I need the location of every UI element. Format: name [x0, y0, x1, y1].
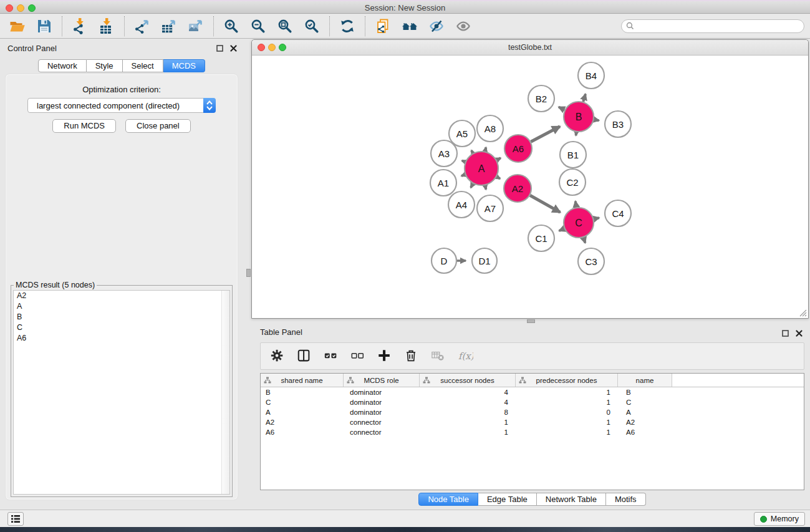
table-row[interactable]: Bdominator41B: [261, 387, 804, 397]
table-cell[interactable]: connector: [344, 417, 420, 427]
tab-network[interactable]: Network: [38, 59, 87, 72]
edge-B-B4[interactable]: [583, 94, 586, 102]
result-list-item[interactable]: B: [14, 312, 229, 322]
table-cell[interactable]: A2: [618, 417, 672, 427]
export-image-button[interactable]: [187, 17, 205, 36]
table-cell[interactable]: 4: [420, 397, 516, 407]
welcome-screen-button[interactable]: [401, 17, 418, 36]
deselect-all-button[interactable]: [350, 348, 366, 364]
create-column-button[interactable]: [377, 348, 393, 364]
column-header-shared-name[interactable]: shared name: [261, 374, 344, 387]
edge-B-B3[interactable]: [594, 120, 599, 121]
column-header-predecessor-nodes[interactable]: predecessor nodes: [516, 374, 618, 387]
table-row[interactable]: Adominator80A: [261, 407, 804, 417]
vertical-splitter-handle[interactable]: [246, 269, 251, 277]
table-cell[interactable]: B: [261, 387, 344, 397]
delete-column-button[interactable]: [403, 348, 420, 364]
zoom-in-button[interactable]: [223, 17, 240, 36]
table-cell[interactable]: 1: [516, 417, 618, 427]
tab-style[interactable]: Style: [87, 59, 123, 72]
edge-A-A5[interactable]: [471, 150, 473, 153]
zoom-fit-button[interactable]: [276, 17, 294, 36]
table-cell[interactable]: A: [261, 407, 344, 417]
edge-A-A3[interactable]: [462, 161, 465, 162]
table-cell[interactable]: 1: [420, 417, 516, 427]
graph-node-A2[interactable]: A2: [504, 175, 531, 202]
graph-node-C4[interactable]: C4: [605, 200, 631, 226]
show-graphics-details-button[interactable]: [455, 17, 472, 36]
table-cell[interactable]: 8: [420, 407, 516, 417]
graph-node-C3[interactable]: C3: [578, 248, 604, 274]
edge-C-C3[interactable]: [584, 238, 586, 243]
mcds-result-list[interactable]: A2ABCA6: [13, 290, 230, 495]
result-list-item[interactable]: C: [14, 322, 229, 333]
open-session-button[interactable]: [9, 17, 26, 36]
table-row[interactable]: A2connector11A2: [261, 417, 804, 427]
tab-node-table[interactable]: Node Table: [418, 493, 478, 506]
graph-node-B[interactable]: B: [564, 102, 594, 132]
table-mode-button[interactable]: [269, 348, 286, 364]
graph-node-A1[interactable]: A1: [430, 170, 456, 196]
graph-node-B3[interactable]: B3: [605, 111, 631, 137]
graph-node-A7[interactable]: A7: [477, 195, 503, 221]
edge-C-C1[interactable]: [559, 229, 564, 231]
node-table[interactable]: shared name MCDS role successor nodes pr…: [260, 373, 804, 490]
graph-node-D1[interactable]: D1: [472, 248, 497, 273]
graph-node-B1[interactable]: B1: [560, 142, 586, 168]
run-mcds-button[interactable]: Run MCDS: [52, 119, 116, 133]
show-columns-button[interactable]: [296, 348, 312, 364]
horizontal-splitter-handle[interactable]: [527, 319, 535, 323]
memory-button[interactable]: Memory: [754, 512, 805, 526]
export-network-button[interactable]: [133, 17, 151, 36]
edge-A-A2[interactable]: [497, 177, 500, 179]
table-cell[interactable]: connector: [344, 427, 420, 437]
tab-edge-table[interactable]: Edge Table: [478, 493, 537, 506]
import-network-button[interactable]: [71, 17, 89, 36]
table-row[interactable]: A6connector11A6: [261, 427, 804, 437]
table-cell[interactable]: A6: [261, 427, 344, 437]
tab-select[interactable]: Select: [123, 59, 163, 72]
table-cell[interactable]: C: [618, 397, 672, 407]
edge-A-A8[interactable]: [485, 147, 486, 151]
window-resize-grip[interactable]: [799, 309, 807, 317]
search-input[interactable]: [621, 19, 804, 33]
table-cell[interactable]: A: [618, 407, 672, 417]
table-cell[interactable]: dominator: [344, 407, 420, 417]
apply-layout-button[interactable]: [339, 17, 356, 36]
column-header-successor-nodes[interactable]: successor nodes: [420, 374, 516, 387]
edge-A2-C[interactable]: [530, 195, 560, 212]
edge-A-A1[interactable]: [461, 175, 465, 176]
optimization-criterion-select[interactable]: largest connected component (directed): [27, 98, 216, 113]
network-window-titlebar[interactable]: testGlobe.txt: [252, 40, 808, 56]
result-list-scrollbar[interactable]: [221, 291, 229, 494]
result-list-item[interactable]: A6: [14, 333, 229, 344]
graph-node-C[interactable]: C: [564, 208, 594, 238]
table-cell[interactable]: B: [618, 387, 672, 397]
edge-A6-B[interactable]: [531, 127, 560, 142]
column-header-MCDS-role[interactable]: MCDS role: [344, 374, 420, 387]
float-table-panel-icon[interactable]: [782, 330, 789, 337]
table-cell[interactable]: 1: [516, 427, 618, 437]
graph-node-C1[interactable]: C1: [528, 225, 554, 251]
clone-network-button[interactable]: [374, 17, 392, 36]
task-history-button[interactable]: [7, 512, 24, 526]
select-all-button[interactable]: [323, 348, 339, 364]
graph-node-A8[interactable]: A8: [477, 115, 503, 142]
graph-node-C2[interactable]: C2: [559, 169, 586, 195]
edge-A-A4[interactable]: [471, 184, 473, 188]
tab-mcds[interactable]: MCDS: [163, 59, 205, 72]
result-list-item[interactable]: A: [14, 301, 229, 312]
graph-node-A6[interactable]: A6: [504, 135, 532, 162]
table-cell[interactable]: A2: [261, 417, 344, 427]
edge-A-A7[interactable]: [485, 185, 486, 189]
edge-C-C4[interactable]: [594, 218, 599, 219]
zoom-out-button[interactable]: [249, 17, 267, 36]
graph-node-A5[interactable]: A5: [449, 120, 475, 147]
edge-C-C2[interactable]: [576, 201, 576, 208]
float-panel-icon[interactable]: [216, 45, 223, 52]
table-cell[interactable]: C: [261, 397, 344, 407]
table-cell[interactable]: 1: [516, 387, 618, 397]
graph-node-D[interactable]: D: [432, 248, 456, 273]
import-table-button[interactable]: [98, 17, 115, 36]
column-header-name[interactable]: name: [618, 374, 672, 387]
